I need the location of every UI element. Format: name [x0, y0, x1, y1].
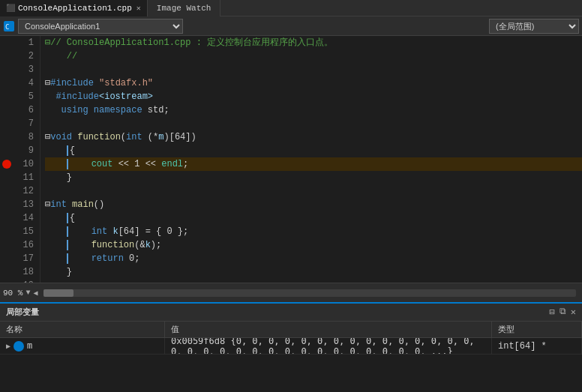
code-line-13: ⊟int main() — [45, 198, 582, 211]
td-name: ▶ m — [0, 338, 165, 354]
code-line-17: return 0; — [45, 252, 582, 265]
scope-select[interactable]: (全局范围) — [489, 19, 579, 34]
td-value: 0x0059f6d8 {0, 0, 0, 0, 0, 0, 0, 0, 0, 0… — [165, 338, 492, 354]
line-numbers: 1 2 3 4 5 6 7 8 9 10 11 12 13 14 15 16 1… — [14, 36, 40, 283]
code-container: 1 2 3 4 5 6 7 8 9 10 11 12 13 14 15 16 1… — [0, 36, 582, 283]
tab-cpp-close[interactable]: ✕ — [136, 4, 141, 13]
panel-close-icon[interactable]: ✕ — [571, 307, 576, 318]
code-line-6: using namespace std; — [45, 103, 582, 117]
panel-actions: ⊟ ⧉ ✕ — [550, 307, 576, 318]
code-line-7 — [45, 117, 582, 130]
td-type: int[64] * — [492, 338, 582, 354]
code-content[interactable]: ⊟// ConsoleApplication1.cpp : 定义控制台应用程序的… — [40, 36, 582, 283]
title-bar: ⬛ ConsoleApplication1.cpp ✕ Image Watch — [0, 0, 582, 16]
code-line-18: } — [45, 265, 582, 279]
panel-table: 名称 值 类型 ▶ m 0x0059f6d8 {0, 0, 0, 0, 0, 0… — [0, 322, 582, 392]
table-header: 名称 值 类型 — [0, 322, 582, 338]
scrollbar-track[interactable] — [44, 289, 576, 297]
panel-undock-icon[interactable]: ⧉ — [560, 307, 566, 318]
panel-title-bar: 局部变量 ⊟ ⧉ ✕ — [0, 304, 582, 322]
code-line-8: ⊟void function(int (*m)[64]) — [45, 130, 582, 144]
scroll-left[interactable]: ◀ — [33, 289, 38, 298]
code-line-14: { — [45, 211, 582, 225]
code-line-16: function(&k); — [45, 238, 582, 252]
panel-pin-icon[interactable]: ⊟ — [550, 307, 555, 318]
code-line-4: ⊟#include "stdafx.h" — [45, 76, 582, 90]
cpp-file-icon: ⬛ — [6, 4, 15, 13]
code-line-10: cout << 1 << endl; — [45, 157, 582, 171]
svg-text:C: C — [5, 23, 9, 31]
code-line-15: int k[64] = { 0 }; — [45, 225, 582, 238]
tab-image-watch[interactable]: Image Watch — [148, 0, 221, 16]
row-expand-icon[interactable]: ▶ — [6, 342, 10, 351]
table-row: ▶ m 0x0059f6d8 {0, 0, 0, 0, 0, 0, 0, 0, … — [0, 338, 582, 355]
code-line-5: #include<iostream> — [45, 90, 582, 103]
editor-area: 1 2 3 4 5 6 7 8 9 10 11 12 13 14 15 16 1… — [0, 36, 582, 283]
var-icon — [14, 341, 24, 352]
code-line-11: } — [45, 171, 582, 184]
bottom-panel: 局部变量 ⊟ ⧉ ✕ 名称 值 类型 ▶ m 0x0059f6 — [0, 302, 582, 392]
breakpoint-col — [0, 36, 14, 283]
th-value: 值 — [165, 322, 492, 337]
zoom-label: 90 % — [3, 289, 22, 298]
code-line-3 — [45, 63, 582, 76]
code-line-9: { — [45, 144, 582, 157]
tab-cpp-label: ConsoleApplication1.cpp — [18, 4, 132, 13]
scroll-area: 90 % ▼ ◀ — [0, 283, 582, 302]
toolbar: C ConsoleApplication1 (全局范围) — [0, 16, 582, 36]
code-line-12 — [45, 184, 582, 198]
code-line-1: ⊟// ConsoleApplication1.cpp : 定义控制台应用程序的… — [45, 36, 582, 49]
tab-cpp[interactable]: ⬛ ConsoleApplication1.cpp ✕ — [0, 0, 148, 16]
zoom-dropdown-arrow[interactable]: ▼ — [26, 289, 30, 297]
scrollbar-thumb[interactable] — [44, 289, 74, 297]
code-line-19 — [45, 279, 582, 283]
project-icon: C — [3, 20, 15, 32]
code-line-2: // — [45, 49, 582, 63]
tab-image-watch-label: Image Watch — [157, 4, 212, 13]
breakpoint-line10 — [2, 160, 11, 169]
project-select[interactable]: ConsoleApplication1 — [18, 19, 183, 34]
th-type: 类型 — [492, 322, 582, 337]
panel-title: 局部变量 — [6, 307, 39, 318]
th-name: 名称 — [0, 322, 165, 337]
